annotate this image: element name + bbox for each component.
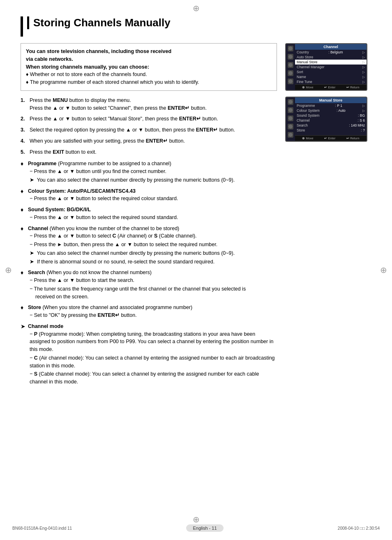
title-section: Storing Channels Manually bbox=[21, 16, 371, 37]
bullet-colour-system: ♦ Colour System: Auto/PAL/SECAM/NTSC4.43… bbox=[21, 187, 277, 204]
tv-icons-2 bbox=[286, 97, 295, 141]
tv-icon-9 bbox=[288, 124, 293, 129]
tv1-row-manualstore: Manual Store ▷ bbox=[295, 60, 367, 65]
tv2-header: Manual Store bbox=[295, 97, 367, 103]
tv-screen-1: Channel Country : Belgium ▷ Auto Store ▷ bbox=[285, 43, 367, 91]
tv1-row-autostore: Auto Store ▷ bbox=[295, 55, 367, 60]
tv1-header: Channel bbox=[295, 44, 367, 50]
tv1-row-country: Country : Belgium ▷ bbox=[295, 50, 367, 55]
tv-icons-1 bbox=[286, 44, 295, 90]
tv-icon-2 bbox=[288, 54, 293, 60]
step-2: 2. Press the ▲ or ▼ button to select "Ma… bbox=[21, 115, 277, 123]
tv-icon-5 bbox=[288, 78, 293, 84]
tv2-row-store: Store : ? bbox=[295, 128, 367, 133]
footer-right: 2008-04-10 □□ 2:30:54 bbox=[338, 526, 380, 531]
step-4: 4. When you are satisfied with your sett… bbox=[21, 137, 277, 145]
crosshair-left: ⊕ bbox=[5, 266, 12, 274]
tv1-row-name: Name ▷ bbox=[295, 74, 367, 79]
bullet-sound-system: ♦ Sound System: BG/DK/I/L − Press the ▲ … bbox=[21, 206, 277, 222]
title-bar bbox=[21, 16, 23, 37]
crosshair-bottom: ⊕ bbox=[193, 515, 200, 524]
crosshair-right: ⊕ bbox=[380, 266, 387, 274]
bullet-store: ♦ Store (When you store the channel and … bbox=[21, 304, 277, 320]
step-1: 1. Press the MENU button to display the … bbox=[21, 97, 277, 112]
tv2-footer: ⊕ Move ↵ Enter ↩ Return bbox=[295, 135, 367, 141]
intro-bullet1: ♦ Whether or not to store each of the ch… bbox=[26, 71, 272, 78]
tv-screens: Channel Country : Belgium ▷ Auto Store ▷ bbox=[285, 43, 371, 389]
tv1-row-finetune: Fine Tune ▷ bbox=[295, 79, 367, 84]
page-footer: BN68-01518A-Eng-0410.indd 11 English - 1… bbox=[0, 524, 392, 532]
tv-panel-1: Channel Country : Belgium ▷ Auto Store ▷ bbox=[295, 44, 367, 90]
tv2-row-programme: Programme : P 1 ▷ bbox=[295, 103, 367, 108]
tv-icon-7 bbox=[288, 107, 293, 113]
channel-mode-section: ➤ Channel mode − P (Programme mode): Whe… bbox=[21, 323, 277, 387]
intro-bullet2: ♦ The programme number of each stored ch… bbox=[26, 78, 272, 86]
bullet-channel: ♦ Channel (When you know the number of t… bbox=[21, 225, 277, 267]
tv-icon-10 bbox=[288, 132, 293, 138]
tv-icon-1 bbox=[288, 46, 293, 51]
step-5: 5. Press the EXIT button to exit. bbox=[21, 148, 277, 156]
footer-left: BN68-01518A-Eng-0410.indd 11 bbox=[12, 526, 72, 531]
bullet-programme: ♦ Programme (Programme number to be assi… bbox=[21, 160, 277, 185]
tv1-footer: ⊕ Move ↵ Enter ↩ Return bbox=[295, 84, 367, 90]
tv-icon-8 bbox=[288, 115, 293, 121]
tv2-row-search: Search : 140 MHz bbox=[295, 123, 367, 128]
intro-line1: You can store television channels, inclu… bbox=[26, 48, 272, 63]
intro-line3: When storing channels manually, you can … bbox=[26, 63, 272, 71]
step-3: 3. Select the required option by pressin… bbox=[21, 126, 277, 134]
tv2-row-channel: Channel : S 6 bbox=[295, 118, 367, 123]
crosshair-top: ⊕ bbox=[193, 4, 200, 12]
tv2-row-soundsystem: Sound System : BG bbox=[295, 113, 367, 118]
tv2-row-coloursystem: Colour System : Auto ▷ bbox=[295, 108, 367, 113]
tv-icon-3 bbox=[288, 62, 293, 68]
tv-screen-2: Manual Store Programme : P 1 ▷ Colour Sy… bbox=[285, 97, 367, 142]
steps-list: 1. Press the MENU button to display the … bbox=[21, 97, 277, 156]
intro-box: You can store television channels, inclu… bbox=[21, 43, 277, 91]
tv-icon-4 bbox=[288, 70, 293, 76]
bullet-search: ♦ Search (When you do not know the chann… bbox=[21, 269, 277, 301]
page-title: Storing Channels Manually bbox=[27, 16, 171, 29]
tv1-row-channelmgr: Channel Manager ▷ bbox=[295, 65, 367, 69]
tv-icon-6 bbox=[288, 99, 293, 105]
lang-badge: English - 11 bbox=[186, 524, 223, 532]
tv-panel-2: Manual Store Programme : P 1 ▷ Colour Sy… bbox=[295, 97, 367, 141]
tv1-row-sort: Sort ▷ bbox=[295, 69, 367, 74]
